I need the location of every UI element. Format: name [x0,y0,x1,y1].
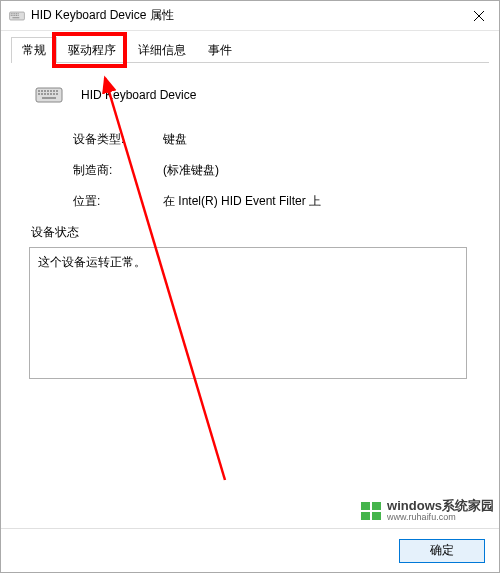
device-name: HID Keyboard Device [81,88,196,102]
watermark-logo-icon [359,499,383,523]
watermark-main: windows系统家园 [387,499,494,513]
tabs-underline [11,62,489,63]
svg-rect-2 [12,13,13,14]
svg-rect-17 [44,90,46,92]
tab-driver[interactable]: 驱动程序 [57,37,127,63]
svg-rect-28 [56,93,58,95]
info-row-location: 位置: 在 Intel(R) HID Event Filter 上 [73,193,473,210]
svg-rect-15 [38,90,40,92]
watermark-sub: www.ruhaifu.com [387,513,494,523]
close-button[interactable] [459,1,499,31]
keyboard-icon [9,8,25,24]
svg-rect-11 [12,17,19,18]
info-value: (标准键盘) [163,162,219,179]
svg-rect-9 [16,14,17,15]
tab-events[interactable]: 事件 [197,37,243,63]
svg-rect-3 [14,13,15,14]
tab-label: 常规 [22,43,46,57]
button-label: 确定 [430,542,454,559]
svg-rect-4 [16,13,17,14]
tab-content-general: HID Keyboard Device 设备类型: 键盘 制造商: (标准键盘)… [1,63,499,528]
info-row-type: 设备类型: 键盘 [73,131,473,148]
tab-label: 驱动程序 [68,43,116,57]
svg-rect-22 [38,93,40,95]
svg-rect-34 [361,512,370,520]
svg-rect-8 [14,14,15,15]
info-value: 键盘 [163,131,187,148]
info-value: 在 Intel(R) HID Event Filter 上 [163,193,321,210]
svg-rect-21 [56,90,58,92]
svg-rect-16 [41,90,43,92]
svg-rect-27 [53,93,55,95]
svg-rect-6 [11,14,12,15]
status-text: 这个设备运转正常。 [38,255,146,269]
watermark-text: windows系统家园 www.ruhaifu.com [387,499,494,523]
button-row: 确定 [1,528,499,572]
tabs-row: 常规 驱动程序 详细信息 事件 [1,31,499,63]
svg-rect-24 [44,93,46,95]
svg-rect-10 [18,14,19,15]
tab-general[interactable]: 常规 [11,37,57,63]
info-label: 位置: [73,193,163,210]
svg-rect-33 [372,502,381,510]
svg-rect-32 [361,502,370,510]
status-textbox[interactable]: 这个设备运转正常。 [29,247,467,379]
svg-rect-23 [41,93,43,95]
svg-rect-26 [50,93,52,95]
status-label: 设备状态 [31,224,473,241]
svg-rect-29 [42,97,56,99]
info-row-manufacturer: 制造商: (标准键盘) [73,162,473,179]
svg-rect-1 [11,13,12,14]
window-title: HID Keyboard Device 属性 [31,7,459,24]
device-header: HID Keyboard Device [35,81,473,109]
svg-rect-25 [47,93,49,95]
tab-label: 事件 [208,43,232,57]
svg-rect-35 [372,512,381,520]
tab-label: 详细信息 [138,43,186,57]
ok-button[interactable]: 确定 [399,539,485,563]
tab-details[interactable]: 详细信息 [127,37,197,63]
svg-rect-5 [18,13,19,14]
titlebar: HID Keyboard Device 属性 [1,1,499,31]
info-label: 制造商: [73,162,163,179]
close-icon [474,11,484,21]
svg-rect-19 [50,90,52,92]
keyboard-icon [35,81,63,109]
watermark: windows系统家园 www.ruhaifu.com [359,499,494,523]
svg-rect-20 [53,90,55,92]
info-label: 设备类型: [73,131,163,148]
svg-rect-18 [47,90,49,92]
properties-dialog: HID Keyboard Device 属性 常规 驱动程序 详细信息 事件 [0,0,500,573]
svg-rect-7 [12,14,13,15]
